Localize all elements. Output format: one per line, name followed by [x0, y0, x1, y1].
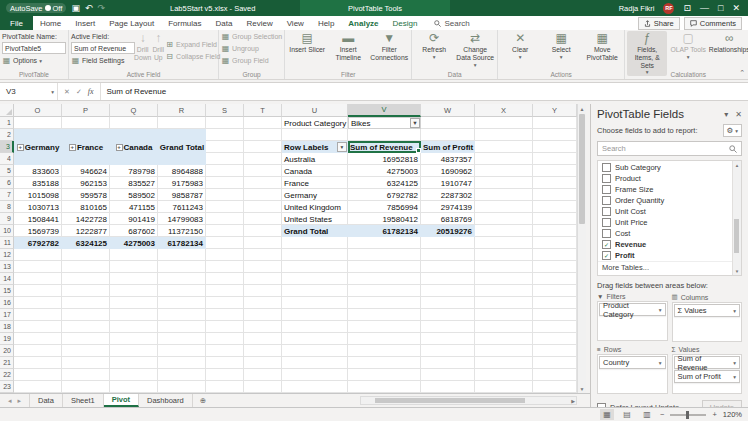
left-pivot-value[interactable]: 835188 [14, 177, 62, 189]
vertical-scrollbar[interactable]: ▲ ▼ [577, 104, 586, 393]
unchecked-checkbox-icon[interactable] [602, 163, 611, 172]
left-pivot-value[interactable]: 9858787 [158, 189, 206, 201]
tab-file[interactable]: File [0, 16, 33, 30]
sheet-tab-dashboard[interactable]: Dashboard [139, 394, 193, 407]
field-item-cost[interactable]: Cost [598, 228, 741, 239]
right-pivot-header[interactable]: Sum of Profit [421, 141, 475, 153]
right-pivot-revenue[interactable]: 4275003 [348, 165, 421, 177]
sheet-nav-right-icon[interactable]: ▸ [18, 397, 22, 405]
collapse-field-button[interactable]: ⊟ Collapse Field [165, 51, 220, 62]
row-header-3[interactable]: 3 [0, 141, 14, 153]
right-pivot-row-label[interactable]: Australia [282, 153, 348, 165]
right-pivot-revenue[interactable]: 6324125 [348, 177, 421, 189]
left-pivot-value[interactable]: 1569739 [14, 225, 62, 237]
column-header-V[interactable]: V [348, 104, 421, 117]
right-pivot-revenue[interactable]: 16952818 [348, 153, 421, 165]
right-pivot-profit[interactable]: 6818769 [421, 213, 475, 225]
left-pivot-value[interactable]: 835527 [110, 177, 158, 189]
unchecked-checkbox-icon[interactable] [602, 185, 611, 194]
field-item-unit-price[interactable]: Unit Price [598, 217, 741, 228]
area-pill-sum-of-profit[interactable]: Sum of Profit▾ [674, 370, 741, 383]
report-filter-label[interactable]: Product Category [282, 117, 348, 129]
row-header-20[interactable]: 20 [0, 345, 14, 357]
area-pill-σ-values[interactable]: Σ Values▾ [674, 304, 741, 317]
tab-formulas[interactable]: Formulas [161, 16, 208, 30]
share-button[interactable]: Share [638, 17, 680, 30]
column-header-R[interactable]: R [158, 104, 206, 117]
row-header-7[interactable]: 7 [0, 189, 14, 201]
unchecked-checkbox-icon[interactable] [602, 207, 611, 216]
tab-help[interactable]: Help [311, 16, 341, 30]
left-pivot-value[interactable]: 901419 [110, 213, 158, 225]
maximize-icon[interactable]: □ [718, 3, 723, 13]
row-header-5[interactable]: 5 [0, 165, 14, 177]
fields-search-input[interactable]: Search [597, 141, 742, 156]
field-item-frame-size[interactable]: Frame Size [598, 184, 741, 195]
minimize-icon[interactable]: — [700, 3, 709, 13]
left-pivot-value[interactable]: 687602 [110, 225, 158, 237]
right-pivot-row-label[interactable]: France [282, 177, 348, 189]
fill-handle[interactable] [416, 148, 421, 153]
pill-dropdown-arrow[interactable]: ▾ [733, 360, 736, 366]
sheet-tab-sheet1[interactable]: Sheet1 [63, 394, 104, 407]
horizontal-scrollbar-thumb[interactable] [375, 398, 525, 403]
group-selection-button[interactable]: ▦Group Selection [221, 31, 282, 42]
page-break-preview-icon[interactable]: ▥ [640, 409, 654, 420]
avatar[interactable]: RF [663, 3, 674, 14]
area-filters-box[interactable]: Product Category▾ [597, 301, 668, 341]
area-values-box[interactable]: Sum of Revenue▾Sum of Profit▾ [672, 354, 743, 394]
left-pivot-value[interactable]: 962153 [62, 177, 110, 189]
left-pivot-total[interactable]: 61782134 [158, 237, 206, 249]
row-header-16[interactable]: 16 [0, 297, 14, 309]
filter-connections-button[interactable]: ▼Filter Connections [369, 31, 409, 70]
left-pivot-value[interactable]: 946624 [62, 165, 110, 177]
zoom-slider-thumb[interactable] [686, 411, 689, 419]
zoom-level[interactable]: 120% [723, 410, 742, 419]
left-pivot-value[interactable]: 1422728 [62, 213, 110, 225]
checked-checkbox-icon[interactable]: ✓ [602, 240, 611, 249]
name-box[interactable]: V3 ▾ [0, 83, 58, 100]
column-header-Y[interactable]: Y [533, 104, 577, 117]
pill-dropdown-arrow[interactable]: ▾ [733, 374, 736, 380]
pill-dropdown-arrow[interactable]: ▾ [659, 360, 662, 366]
field-item-revenue[interactable]: ✓Revenue [598, 239, 741, 250]
left-pivot-col-header[interactable]: +Canada [110, 141, 158, 153]
pill-dropdown-arrow[interactable]: ▾ [659, 307, 662, 313]
column-header-T[interactable]: T [244, 104, 282, 117]
field-list-scrollbar-thumb[interactable] [734, 219, 739, 253]
selected-cell[interactable] [348, 141, 421, 153]
select-all-corner[interactable] [0, 104, 14, 117]
insert-function-icon[interactable]: fx [88, 87, 94, 96]
add-sheet-icon[interactable]: ⊕ [193, 394, 213, 407]
drill-down-button[interactable]: ↓ Drill Down [134, 31, 151, 70]
tab-data[interactable]: Data [209, 16, 240, 30]
tab-design[interactable]: Design [386, 16, 425, 30]
left-pivot-value[interactable]: 1030713 [14, 201, 62, 213]
redo-icon[interactable]: ↷ [97, 3, 105, 13]
area-pill-product-category[interactable]: Product Category▾ [599, 303, 666, 316]
options-button[interactable]: ▦ Options ▾ [2, 55, 66, 66]
right-pivot-grand-total-revenue[interactable]: 61782134 [348, 225, 421, 237]
row-header-18[interactable]: 18 [0, 321, 14, 333]
tab-page-layout[interactable]: Page Layout [102, 16, 161, 30]
left-pivot-value[interactable]: 810165 [62, 201, 110, 213]
area-pill-country[interactable]: Country▾ [599, 356, 666, 369]
page-layout-view-icon[interactable]: ▤ [620, 409, 634, 420]
row-header-17[interactable]: 17 [0, 309, 14, 321]
scroll-up-icon[interactable]: ▲ [733, 161, 741, 169]
left-pivot-col-header[interactable]: +Germany [14, 141, 62, 153]
more-tables-link[interactable]: More Tables... [598, 261, 741, 273]
move-pivottable-button[interactable]: ▦Move PivotTable [582, 31, 622, 70]
column-header-O[interactable]: O [14, 104, 62, 117]
right-pivot-profit[interactable]: 4837357 [421, 153, 475, 165]
tab-insert[interactable]: Insert [68, 16, 102, 30]
column-header-W[interactable]: W [421, 104, 475, 117]
select-button[interactable]: ▦Select▾ [541, 31, 581, 70]
column-header-Q[interactable]: Q [110, 104, 158, 117]
left-pivot-col-header[interactable]: Grand Total [158, 141, 206, 153]
right-pivot-row-label[interactable]: United Kingdom [282, 201, 348, 213]
scroll-down-icon[interactable]: ▼ [733, 267, 741, 275]
scroll-up-icon[interactable]: ▲ [578, 104, 586, 113]
sheet-nav-left-icon[interactable]: ◂ [8, 397, 12, 405]
active-field-input[interactable]: Sum of Revenue [71, 42, 135, 54]
